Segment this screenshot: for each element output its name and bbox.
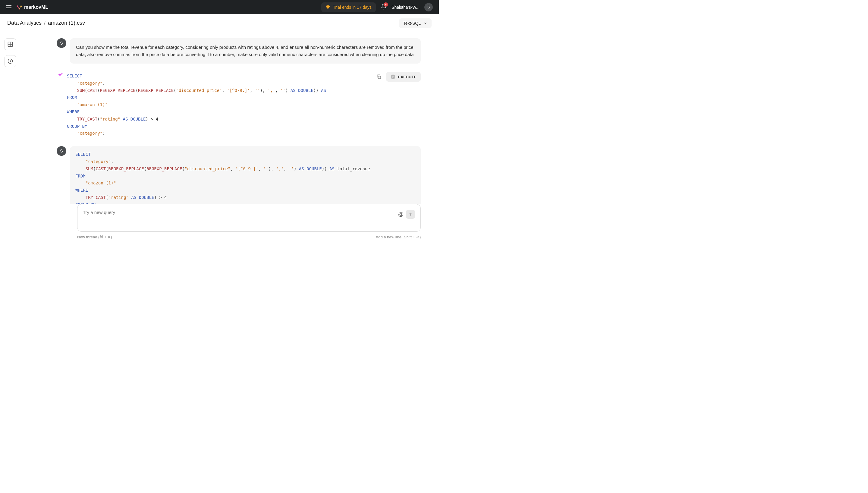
ai-avatar: [57, 72, 63, 79]
table-plus-button[interactable]: [4, 38, 16, 50]
user-message-row-2: S SELECT "category", SUM(CAST(REGEXP_REP…: [57, 146, 421, 213]
breadcrumb-root[interactable]: Data Analytics: [7, 20, 42, 26]
query-input-box[interactable]: @: [77, 204, 421, 232]
history-button[interactable]: [4, 55, 16, 67]
breadcrumb-file[interactable]: amazon (1).csv: [48, 20, 85, 26]
arrow-up-icon: [408, 212, 413, 217]
copy-icon: [376, 74, 382, 80]
breadcrumb-separator: /: [44, 20, 45, 26]
brand-logo[interactable]: markovML: [16, 4, 48, 10]
diamond-icon: [325, 5, 330, 9]
logo-icon: [16, 4, 22, 10]
user-avatar-small: S: [57, 146, 66, 156]
trial-badge[interactable]: Trial ends in 17 days: [321, 2, 376, 12]
hint-new-line: Add a new line (Shift + ↵): [376, 235, 421, 239]
mention-button[interactable]: @: [398, 211, 404, 218]
chevron-down-icon: [423, 21, 427, 25]
left-rail: [0, 32, 21, 246]
user-avatar-small: S: [57, 38, 66, 48]
user-message-bubble: Can you show me the total revenue for ea…: [70, 38, 421, 64]
hint-row: New thread (⌘ + K) Add a new line (Shift…: [77, 235, 421, 239]
ai-message-row: EXECUTE SELECT "category", SUM(CAST(REGE…: [57, 72, 421, 138]
sparkle-icon: [57, 72, 63, 79]
mode-label: Text-SQL: [403, 21, 421, 26]
sql-code-block-2[interactable]: SELECT "category", SUM(CAST(REGEXP_REPLA…: [75, 150, 415, 209]
copy-button[interactable]: [374, 72, 384, 82]
input-section: @ New thread (⌘ + K) Add a new line (Shi…: [21, 204, 439, 246]
user-message-row: S Can you show me the total revenue for …: [57, 38, 421, 64]
ai-code-response: EXECUTE SELECT "category", SUM(CAST(REGE…: [67, 72, 421, 138]
send-button[interactable]: [406, 210, 415, 219]
svg-rect-9: [378, 76, 381, 79]
notifications-button[interactable]: 5: [381, 4, 387, 11]
query-input[interactable]: [83, 210, 398, 215]
user-code-bubble: SELECT "category", SUM(CAST(REGEXP_REPLA…: [70, 146, 421, 213]
notification-count-badge: 5: [384, 2, 388, 7]
svg-line-4: [19, 6, 21, 8]
execute-label: EXECUTE: [398, 75, 416, 79]
top-bar: markovML Trial ends in 17 days 5 Shaisth…: [0, 0, 439, 14]
workspace-name[interactable]: Shaistha's-W...: [391, 5, 419, 9]
breadcrumb: Data Analytics / amazon (1).csv: [7, 20, 85, 26]
table-icon: [7, 41, 13, 47]
play-icon: [390, 74, 396, 80]
user-avatar[interactable]: S: [425, 3, 433, 12]
svg-line-3: [18, 6, 19, 8]
hamburger-menu-icon[interactable]: [6, 5, 12, 9]
mode-select[interactable]: Text-SQL: [399, 18, 432, 28]
hint-new-thread: New thread (⌘ + K): [77, 235, 112, 239]
trial-text: Trial ends in 17 days: [333, 5, 372, 9]
history-icon: [7, 58, 13, 64]
brand-name: markovML: [24, 4, 48, 10]
sub-header: Data Analytics / amazon (1).csv Text-SQL: [0, 14, 439, 32]
sql-code-block-1[interactable]: SELECT "category", SUM(CAST(REGEXP_REPLA…: [67, 72, 421, 138]
execute-button[interactable]: EXECUTE: [386, 72, 421, 82]
